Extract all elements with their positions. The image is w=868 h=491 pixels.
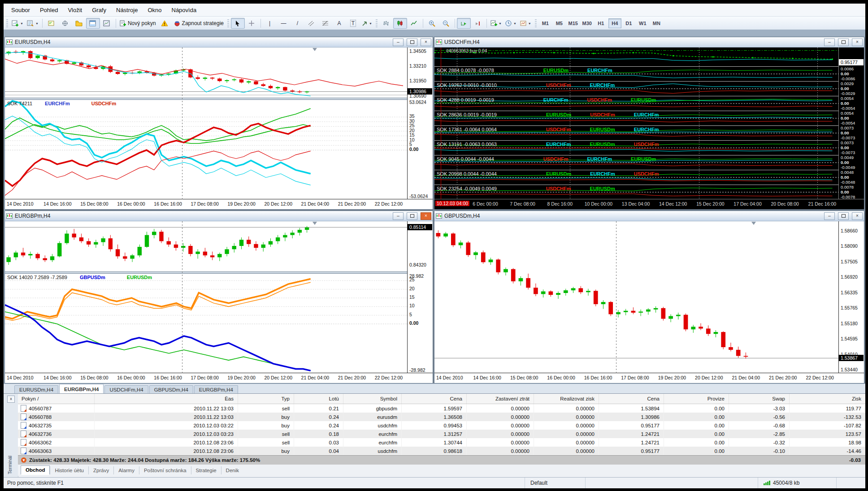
text-button[interactable]: A — [332, 18, 346, 29]
dropdown-caret-icon[interactable]: ▼ — [499, 22, 502, 25]
restore-button[interactable] — [838, 39, 849, 46]
chart-window-eurgbp[interactable]: EURGBPm,H4–×SOK 14020 7.2589 -7.2589GBPU… — [4, 211, 433, 383]
plot-area[interactable]: SOK 74211EURCHFmUSDCHFm — [5, 47, 408, 199]
table-row[interactable]: 406327362010.12.03 03:23sell0.18eurchfm1… — [18, 430, 865, 438]
column-header-8[interactable]: Cena — [599, 394, 664, 404]
indicator-pane-1[interactable]: SOK 2884 0.0078 -0.0078EURUSDmEURCHFm — [434, 67, 838, 81]
chart-tab-0[interactable]: EURUSDm,H4 — [14, 385, 58, 394]
terminal-tab-historietu[interactable]: Historie úètu — [50, 466, 88, 474]
toolbar-grip[interactable] — [535, 19, 537, 27]
indicator-pane-3[interactable]: SOK 4288 0.0019 -0.0019EURCHFmUSDCHFmEUR… — [434, 96, 838, 111]
close-button[interactable]: × — [421, 212, 431, 220]
minimize-button[interactable]: – — [393, 39, 404, 46]
arrows-button[interactable]: ▼ — [360, 18, 374, 29]
terminal-button[interactable] — [86, 18, 100, 29]
column-header-2[interactable]: Typ — [238, 394, 294, 404]
plot-area[interactable]: SOK 14020 7.2589 -7.2589GBPUSDmEURUSDm — [5, 221, 408, 373]
templates-button[interactable]: ▼ — [518, 18, 533, 29]
main-price-pane[interactable] — [5, 47, 407, 98]
indicator-pane-7[interactable]: SOK 9045 0.0044 -0.0044USDCHFmEURCHFmEUR… — [434, 155, 838, 170]
timeframe-button-d1[interactable]: D1 — [622, 18, 635, 28]
chart-tab-2[interactable]: USDCHFm,H4 — [104, 385, 148, 394]
column-header-3[interactable]: Lotù — [294, 394, 343, 404]
chart-window-gbpusd[interactable]: GBPUSDm,H4–×1.586601.580901.575051.56920… — [434, 211, 864, 383]
menu-item-okno[interactable]: Okno — [143, 4, 166, 16]
toolbar-grip[interactable] — [376, 19, 378, 27]
price-scale[interactable]: 0.951770.00860.00-0.00860.00290.00-0.002… — [839, 47, 864, 199]
zoom-out-button[interactable] — [439, 18, 453, 29]
toolbar-grip[interactable] — [227, 19, 229, 27]
timeframe-button-m30[interactable]: M30 — [581, 18, 594, 28]
menu-item-npovda[interactable]: Nápovìda — [167, 4, 202, 16]
chart-window-usdchf[interactable]: USDCHFm,H4–×#40663063 buy 0.04SOK 2884 0… — [434, 37, 864, 210]
indicator-pane-4[interactable]: SOK 28636 0.0019 -0.0019EURUSDmUSDCHFmEU… — [434, 111, 838, 125]
terminal-tab-potovnschrnka[interactable]: Poštovní schránka — [139, 466, 191, 474]
chart-titlebar[interactable]: USDCHFm,H4–× — [434, 37, 864, 47]
profiles-button[interactable]: ▼ — [25, 18, 40, 29]
restore-button[interactable] — [407, 39, 417, 46]
main-price-pane[interactable] — [5, 221, 407, 271]
indicator-pane-8[interactable]: SOK 20998 0.0044 -0.0044EURUSDmEURCHFmUS… — [434, 170, 838, 185]
indicators-button[interactable]: ▼ — [489, 18, 503, 29]
close-button[interactable]: × — [852, 212, 863, 220]
timeframe-button-m15[interactable]: M15 — [567, 18, 580, 28]
close-button[interactable]: × — [421, 39, 431, 46]
main-price-pane[interactable] — [434, 221, 838, 373]
navigator-button[interactable] — [72, 18, 86, 29]
chart-titlebar[interactable]: GBPUSDm,H4–× — [434, 211, 864, 221]
periods-button[interactable]: ▼ — [503, 18, 518, 29]
indicator-pane-5[interactable]: SOK 17361 -0.0064 0.0064USDCHFmEURUSDmEU… — [434, 126, 838, 140]
column-header-1[interactable]: Èas — [94, 394, 238, 404]
column-header-10[interactable]: Swap — [729, 394, 789, 404]
status-profile[interactable]: Default — [525, 478, 585, 488]
chart-titlebar[interactable]: EURGBPm,H4–× — [5, 211, 433, 221]
trendline-button[interactable]: / — [291, 18, 304, 29]
candlestick-chart-button[interactable] — [393, 18, 407, 29]
column-header-0[interactable]: Pokyn / — [18, 394, 94, 404]
chart-tab-3[interactable]: GBPUSDm,H4 — [149, 385, 193, 394]
crosshair-button[interactable] — [245, 18, 259, 29]
metaeditor-button[interactable] — [158, 18, 172, 29]
price-scale[interactable]: 0.843200.8511428.9822520151050.00-28.982 — [408, 221, 433, 373]
indicator-pane[interactable]: SOK 74211EURCHFmUSDCHFm — [5, 100, 407, 200]
terminal-close-button[interactable]: x — [7, 396, 15, 403]
menu-item-grafy[interactable]: Grafy — [87, 4, 111, 16]
restore-button[interactable] — [407, 212, 417, 220]
menu-item-soubor[interactable]: Soubor — [6, 4, 35, 16]
timeframe-button-m5[interactable]: M5 — [553, 18, 566, 28]
column-header-6[interactable]: Zastavení ztrát — [466, 394, 534, 404]
data-window-button[interactable] — [58, 18, 72, 29]
indicator-pane[interactable]: SOK 14020 7.2589 -7.2589GBPUSDmEURUSDm — [5, 274, 407, 374]
time-axis[interactable]: 14 Dec 201014 Dec 16:0015 Dec 08:0016 De… — [5, 373, 433, 383]
time-axis[interactable]: 10.12.03 04:006 Dec 00:007 Dec 08:008 De… — [434, 199, 864, 209]
terminal-tab-zprvy[interactable]: Zprávy — [88, 466, 113, 474]
horizontal-line-button[interactable]: — — [277, 18, 291, 29]
column-header-11[interactable]: Zisk — [789, 394, 865, 404]
column-header-4[interactable]: Symbol — [343, 394, 401, 404]
dropdown-caret-icon[interactable]: ▼ — [528, 22, 531, 25]
minimize-button[interactable]: – — [824, 39, 835, 46]
toolbar-grip[interactable] — [6, 19, 8, 27]
minimize-button[interactable]: – — [824, 212, 835, 220]
chart-tab-4[interactable]: EURGBPm,H4 — [194, 385, 238, 394]
dropdown-caret-icon[interactable]: ▼ — [513, 22, 516, 25]
menu-item-nstroje[interactable]: Nástroje — [111, 4, 143, 16]
table-row[interactable]: 405607882010.11.22 13:03buy0.24eurusdm1.… — [18, 413, 865, 421]
timeframe-button-m1[interactable]: M1 — [539, 18, 552, 28]
time-axis[interactable]: 14 Dec 201014 Dec 16:0015 Dec 08:0016 De… — [5, 199, 433, 209]
table-row[interactable]: 406630622010.12.08 23:06sell0.03eurchfm1… — [18, 438, 865, 447]
auto-scroll-button[interactable] — [457, 18, 471, 29]
strategy-tester-button[interactable] — [100, 18, 114, 29]
indicator-pane-9[interactable]: SOK 23254 -0.0049 0.0049USDCHFmEURUSDm — [434, 185, 838, 199]
chart-tab-1[interactable]: EURGBPm,H4 — [59, 384, 104, 394]
chart-window-eurusd[interactable]: EURUSDm,H4–×SOK 74211EURCHFmUSDCHFm1.345… — [4, 37, 433, 210]
table-row[interactable]: 406327352010.12.03 03:22buy0.24usdchfm0.… — [18, 421, 865, 430]
line-chart-button[interactable] — [407, 18, 421, 29]
terminal-tab-denik[interactable]: Denik — [221, 466, 243, 474]
timeframe-button-h4[interactable]: H4 — [608, 18, 621, 28]
close-button[interactable]: × — [852, 39, 863, 46]
fibonacci-button[interactable] — [318, 18, 332, 29]
bar-chart-button[interactable] — [379, 18, 393, 29]
dropdown-caret-icon[interactable]: ▼ — [35, 22, 39, 25]
price-scale[interactable]: 1.345051.332101.319501.306901.3098653.06… — [408, 47, 433, 199]
